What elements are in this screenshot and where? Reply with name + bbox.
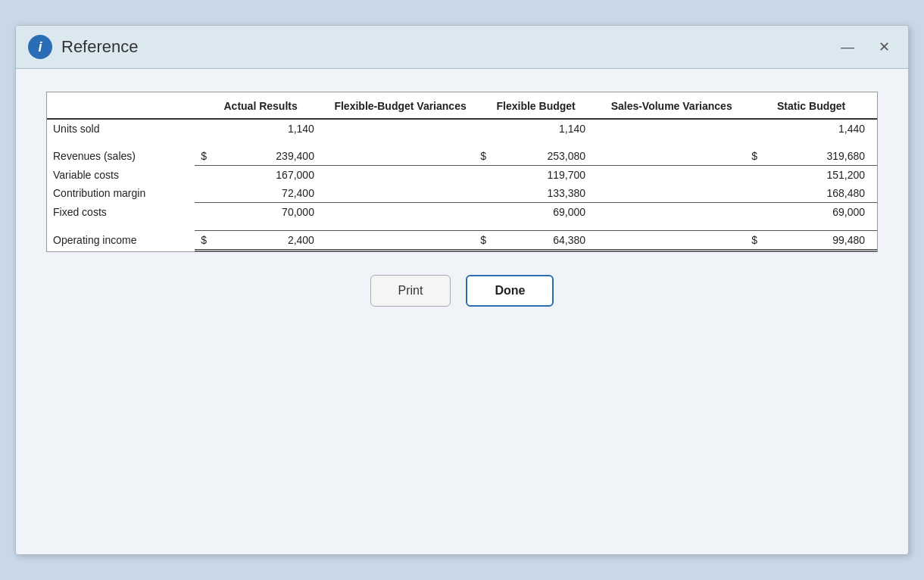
- fixed-costs-actual: 70,000: [195, 203, 326, 222]
- header-flex-budget-variances: Flexible-Budget Variances: [326, 92, 474, 119]
- close-button[interactable]: ✕: [872, 37, 896, 57]
- budget-table: Actual Results Flexible-Budget Variances…: [47, 92, 877, 251]
- table-row: Contribution margin 72,400 133,380 168,4…: [47, 184, 877, 203]
- contribution-margin-flexible: 133,380: [474, 184, 598, 203]
- dialog-body: Actual Results Flexible-Budget Variances…: [16, 69, 908, 554]
- info-icon: i: [28, 35, 52, 59]
- header-actual-results: Actual Results: [195, 92, 326, 119]
- variable-costs-flex-var: [326, 166, 474, 185]
- operating-income-actual: $ 2,400: [195, 231, 326, 251]
- units-sold-flexible: 1,140: [474, 119, 598, 138]
- contribution-margin-sales-var: [598, 184, 745, 203]
- budget-table-container: Actual Results Flexible-Budget Variances…: [46, 92, 878, 252]
- variable-costs-static: 151,200: [745, 166, 877, 185]
- units-sold-static: 1,440: [745, 119, 877, 138]
- operating-income-flexible: $ 64,380: [474, 231, 598, 251]
- revenues-flexible-dollar: $ 253,080: [474, 147, 598, 166]
- header-label: [47, 92, 195, 119]
- units-sold-sales-var: [598, 119, 745, 138]
- fixed-costs-sales-var: [598, 203, 745, 222]
- contribution-margin-label: Contribution margin: [47, 184, 195, 203]
- spacer: [47, 221, 877, 231]
- table-row: Variable costs 167,000 119,700 151,200: [47, 166, 877, 185]
- title-left: i Reference: [28, 35, 139, 59]
- titlebar: i Reference — ✕: [16, 26, 908, 69]
- fixed-costs-label: Fixed costs: [47, 203, 195, 222]
- print-button[interactable]: Print: [370, 275, 451, 307]
- header-static-budget: Static Budget: [745, 92, 877, 119]
- buttons-row: Print Done: [370, 275, 554, 322]
- contribution-margin-flex-var: [326, 184, 474, 203]
- fixed-costs-flexible: 69,000: [474, 203, 598, 222]
- reference-dialog: i Reference — ✕ Actual Results F: [15, 25, 909, 555]
- revenues-actual-dollar: $ 239,400: [195, 147, 326, 166]
- variable-costs-sales-var: [598, 166, 745, 185]
- revenues-static-dollar: $ 319,680: [745, 147, 877, 166]
- table-header-row: Actual Results Flexible-Budget Variances…: [47, 92, 877, 119]
- dialog-title: Reference: [61, 37, 139, 57]
- contribution-margin-static: 168,480: [745, 184, 877, 203]
- operating-income-sales-var: [598, 231, 745, 251]
- variable-costs-label: Variable costs: [47, 166, 195, 185]
- minimize-button[interactable]: —: [835, 37, 860, 57]
- contribution-margin-actual: 72,400: [195, 184, 326, 203]
- table-row: Operating income $ 2,400 $ 64,380 $ 99,4…: [47, 231, 877, 251]
- variable-costs-flexible: 119,700: [474, 166, 598, 185]
- done-button[interactable]: Done: [466, 275, 554, 307]
- header-sales-volume-variances: Sales-Volume Variances: [598, 92, 745, 119]
- units-sold-actual: 1,140: [195, 119, 326, 138]
- revenues-label: Revenues (sales): [47, 147, 195, 166]
- units-sold-flex-var: [326, 119, 474, 138]
- table-row: Fixed costs 70,000 69,000 69,000: [47, 203, 877, 222]
- fixed-costs-static: 69,000: [745, 203, 877, 222]
- fixed-costs-flex-var: [326, 203, 474, 222]
- header-flexible-budget: Flexible Budget: [474, 92, 598, 119]
- operating-income-label: Operating income: [47, 231, 195, 251]
- units-sold-label: Units sold: [47, 119, 195, 138]
- operating-income-static: $ 99,480: [745, 231, 877, 251]
- table-row: Revenues (sales) $ 239,400 $ 253,080 $ 3…: [47, 147, 877, 166]
- revenues-sales-var: [598, 147, 745, 166]
- spacer: [47, 138, 877, 147]
- table-row: Units sold 1,140 1,140 1,440: [47, 119, 877, 138]
- title-controls: — ✕: [835, 37, 896, 57]
- variable-costs-actual: 167,000: [195, 166, 326, 185]
- revenues-flex-var: [326, 147, 474, 166]
- operating-income-flex-var: [326, 231, 474, 251]
